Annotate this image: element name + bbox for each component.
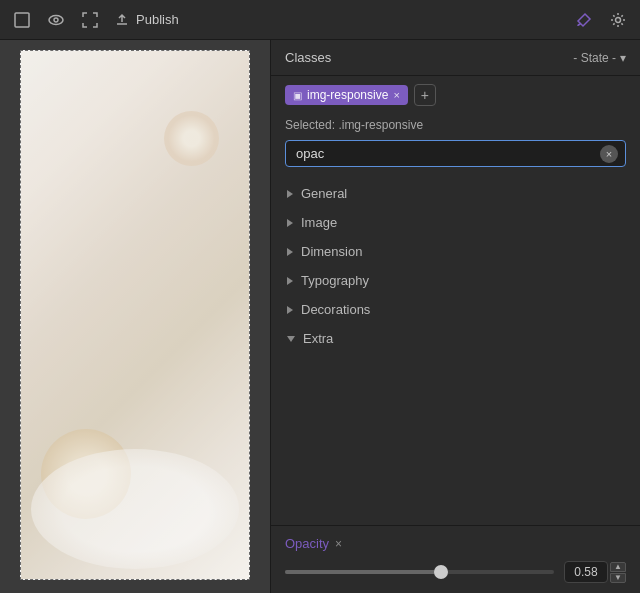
category-label-dimension: Dimension (301, 244, 362, 259)
state-label: - State - (573, 51, 616, 65)
chevron-down-icon: ▾ (620, 51, 626, 65)
chevron-right-icon (287, 277, 293, 285)
chevron-right-icon (287, 248, 293, 256)
category-label-decorations: Decorations (301, 302, 370, 317)
add-class-button[interactable]: + (414, 84, 436, 106)
chevron-right-icon (287, 190, 293, 198)
category-list: General Image Dimension Typography Decor… (271, 175, 640, 525)
category-item-decorations[interactable]: Decorations (271, 295, 640, 324)
upload-icon (114, 12, 130, 28)
opacity-increment-button[interactable]: ▲ (610, 562, 626, 572)
chevron-right-icon (287, 219, 293, 227)
expand-icon[interactable] (80, 10, 100, 30)
selected-label: Selected: .img-responsive (271, 114, 640, 140)
opacity-slider-fill (285, 570, 441, 574)
decor-plate (31, 449, 239, 569)
canvas-image (21, 51, 249, 579)
tag-icon: ▣ (293, 90, 302, 101)
chevron-down-icon (287, 336, 295, 342)
category-label-extra: Extra (303, 331, 333, 346)
panel-title: Classes (285, 50, 331, 65)
opacity-value-input[interactable] (564, 561, 608, 583)
opacity-slider-track[interactable] (285, 570, 554, 574)
toolbar-left: Publish (12, 10, 558, 30)
toolbar-right (574, 10, 628, 30)
category-item-extra[interactable]: Extra (271, 324, 640, 353)
gear-icon[interactable] (608, 10, 628, 30)
svg-point-2 (54, 18, 58, 22)
opacity-label: Opacity (285, 536, 329, 551)
paint-icon[interactable] (574, 10, 594, 30)
category-item-general[interactable]: General (271, 179, 640, 208)
category-item-image[interactable]: Image (271, 208, 640, 237)
main-area: Classes - State - ▾ ▣ img-responsive × +… (0, 40, 640, 593)
opacity-remove-button[interactable]: × (335, 537, 342, 551)
tag-close-button[interactable]: × (393, 89, 399, 101)
opacity-slider-thumb[interactable] (434, 565, 448, 579)
selected-prefix: Selected: (285, 118, 338, 132)
opacity-stepper: ▲ ▼ (610, 562, 626, 583)
opacity-section: Opacity × ▲ ▼ (271, 525, 640, 593)
class-tag-img-responsive[interactable]: ▣ img-responsive × (285, 85, 408, 105)
classes-tags: ▣ img-responsive × + (271, 76, 640, 114)
category-item-typography[interactable]: Typography (271, 266, 640, 295)
square-icon[interactable] (12, 10, 32, 30)
selected-value: .img-responsive (338, 118, 423, 132)
opacity-value-box: ▲ ▼ (564, 561, 626, 583)
tag-label: img-responsive (307, 88, 388, 102)
chevron-right-icon (287, 306, 293, 314)
category-label-image: Image (301, 215, 337, 230)
opacity-controls: ▲ ▼ (285, 561, 626, 583)
category-label-general: General (301, 186, 347, 201)
canvas-area (0, 40, 270, 593)
state-dropdown[interactable]: - State - ▾ (573, 51, 626, 65)
publish-button[interactable]: Publish (114, 12, 179, 28)
search-clear-button[interactable]: × (600, 145, 618, 163)
category-label-typography: Typography (301, 273, 369, 288)
search-input[interactable] (285, 140, 626, 167)
eye-icon[interactable] (46, 10, 66, 30)
svg-point-1 (49, 15, 63, 24)
decor-circle-top (164, 111, 219, 166)
clear-icon: × (606, 148, 612, 160)
svg-point-3 (616, 17, 621, 22)
canvas-frame[interactable] (20, 50, 250, 580)
panel-header: Classes - State - ▾ (271, 40, 640, 76)
toolbar: Publish (0, 0, 640, 40)
right-panel: Classes - State - ▾ ▣ img-responsive × +… (270, 40, 640, 593)
search-box: × (285, 140, 626, 167)
opacity-label-row: Opacity × (285, 536, 626, 551)
svg-rect-0 (15, 13, 29, 27)
publish-label: Publish (136, 12, 179, 27)
category-item-dimension[interactable]: Dimension (271, 237, 640, 266)
opacity-decrement-button[interactable]: ▼ (610, 573, 626, 583)
